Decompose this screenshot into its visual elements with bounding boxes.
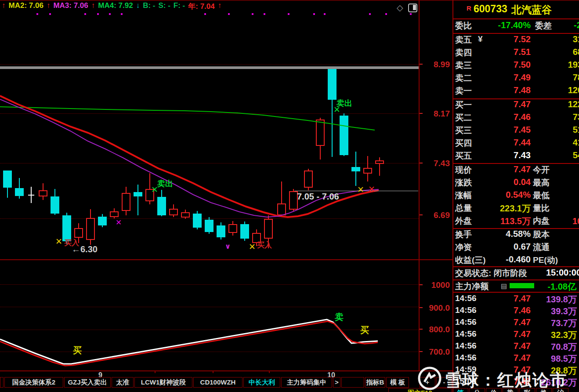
ask-row[interactable]: 卖三7.50193 [0,60,579,72]
tick-row: 14:567.4770.8万 [0,341,579,353]
ask-label: 卖四 [455,47,472,58]
info-label: 涨跌 [455,177,472,189]
info-label2: 量比 [533,203,550,214]
info-value: -0.460 [481,254,531,265]
ask-price: 7.49 [492,73,531,83]
weibi-value: -17.40% [487,20,531,30]
weibi-label: 委比 [455,20,472,32]
stock-code[interactable]: 600733 [474,3,507,15]
info-value: 0.54% [481,190,531,200]
tick-time: 14:56 [455,329,477,339]
bid-volume: 122 [544,99,579,109]
ask-volume: 120 [544,85,579,95]
tick-volume: 70.8万 [523,341,577,353]
stock-trading-app: ↑MA2: 7.06↑MA3: 7.06↑MA4: 7.92↓B: -S: -F… [0,0,579,392]
info-row: 涨跌0.04最高 [0,177,579,189]
tick-time: 14:56 [455,341,477,351]
panel-separator [453,279,579,280]
bid-label: 买四 [455,138,472,149]
info-row: 总量223.1万量比 [0,203,579,214]
stock-name[interactable]: 北汽蓝谷 [511,3,552,17]
tick-time: 14:56 [455,353,477,363]
tick-row: 14:567.4773.7万 [0,317,579,329]
info-row: 涨幅0.54%最低 [0,190,579,202]
bid-row[interactable]: 买四7.4441 [0,138,579,149]
info-row: 外盘113.5万内盘109.6万 [0,215,579,227]
weicha-value: -2 [574,20,579,30]
bid-row[interactable]: 买五7.4354 [0,150,579,162]
info-label: 换手 [455,229,472,240]
info-value: 0.04 [481,177,531,187]
ask-label: 卖三 [455,60,472,71]
tick-row: 14:567.4639.3万 [0,305,579,317]
ask-price: 7.52 [492,34,531,44]
yen-symbol: ¥ [478,34,483,44]
ask-row[interactable]: 卖二7.4978 [0,73,579,84]
tick-row: 14:567.4798.5万 [0,353,579,365]
info-label2: 最高 [533,177,550,189]
bid-row[interactable]: 买一7.47122 [0,99,579,111]
tick-volume: 139.8万 [523,294,577,305]
bid-row[interactable]: 买二7.4673 [0,112,579,124]
panel-separator [453,266,579,267]
bid-label: 买五 [455,150,472,162]
ask-price: 7.51 [492,47,531,57]
bid-label: 买三 [455,125,472,136]
info-label2: 股本 [533,229,550,240]
info-label: 净资 [455,242,472,253]
ask-row[interactable]: 卖五¥7.5231 [0,34,579,46]
info-row: 换手4.58%股本 [0,229,579,241]
main-flow-bar [510,283,534,288]
ask-volume: 193 [544,60,579,70]
info-label: 总量 [455,203,472,214]
list-icon[interactable]: ▤ [501,282,507,290]
main-flow-label: 主力净额 [455,281,489,292]
bid-volume: 41 [544,138,579,148]
ask-volume: 78 [544,73,579,83]
trade-status-row: 交易状态: 闭市阶段15:00:00 [0,268,579,279]
ask-row[interactable]: 卖一7.48120 [0,85,579,97]
bid-volume: 73 [544,112,579,122]
stock-flag: R [467,4,471,12]
ask-price: 7.50 [492,60,531,70]
bid-row[interactable]: 买三7.4551 [0,125,579,137]
bid-price: 7.44 [492,138,531,148]
panel-separator [453,18,579,19]
tick-time: 14:56 [455,294,477,303]
bid-volume: 51 [544,125,579,135]
weibi-row: 委比-17.40%委差-2 [0,20,579,32]
ask-price: 7.48 [492,85,531,95]
bid-label: 买一 [455,99,472,111]
bid-price: 7.47 [492,99,531,109]
bid-price: 7.45 [492,125,531,135]
bid-price: 7.43 [492,150,531,160]
quote-panel: R600733北汽蓝谷委比-17.40%委差-2卖五¥7.5231卖四7.516… [0,0,579,392]
info-row: 收益(三)-0.460PE(动) [0,254,579,266]
ask-label: 卖二 [455,73,472,84]
bid-volume: 54 [544,150,579,160]
info-label: 外盘 [455,215,472,227]
xueqiu-logo-icon [416,366,443,392]
info-label2: 最低 [533,190,550,201]
info-value: 0.67 [481,242,531,252]
panel-separator [453,163,579,164]
info-row: 净资0.67流通 [0,242,579,254]
info-label2: 今开 [533,164,550,176]
tick-time: 14:56 [455,317,477,327]
ask-row[interactable]: 卖四7.5168 [0,47,579,59]
info-value: 4.58% [481,229,531,239]
main-flow-value: -1.08亿 [527,281,576,293]
tick-volume: 73.7万 [523,317,577,329]
main-flow-row: 主力净额-1.08亿▤ [0,281,579,293]
info-value: 113.5万 [481,215,531,227]
info-label2: 内盘 [533,215,550,227]
bid-label: 买二 [455,112,472,123]
ask-volume: 31 [544,34,579,44]
ask-label: 卖一 [455,85,472,97]
info-label: 现价 [455,164,472,176]
status-label: 交易状态: 闭市阶段 [455,268,527,279]
panel-separator [453,33,579,34]
info-label2: PE(动) [533,254,558,266]
status-time: 15:00:00 [546,268,579,278]
tick-row: 14:567.47139.8万 [0,294,579,305]
